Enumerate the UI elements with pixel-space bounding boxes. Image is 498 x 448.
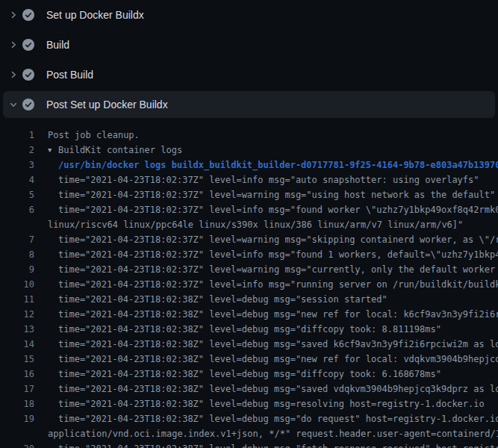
chevron-right-icon[interactable]	[9, 39, 18, 51]
step-name: Post Build	[46, 69, 93, 81]
log-line: 11 time="2021-04-23T18:02:38Z" level=deb…	[0, 292, 498, 307]
check-circle-icon	[22, 39, 34, 51]
log-line-text: linux/riscv64 linux/ppc64le linux/s390x …	[48, 217, 463, 232]
log-line-number[interactable]: 9	[0, 262, 34, 277]
log-line-text: Post job cleanup.	[48, 128, 140, 143]
log-line-command: 3 /usr/bin/docker logs buildx_buildkit_b…	[0, 158, 498, 172]
chevron-right-icon[interactable]	[9, 9, 18, 21]
log-line-text: time="2021-04-23T18:02:37Z" level=info m…	[58, 247, 498, 262]
log-line-number[interactable]: 15	[0, 352, 34, 367]
log-line-number[interactable]: 12	[0, 307, 34, 322]
log-line-text: application/vnd.oci.image.index.v1+json,…	[48, 426, 498, 441]
log-line: linux/riscv64 linux/ppc64le linux/s390x …	[0, 217, 498, 232]
log-line: 9 time="2021-04-23T18:02:37Z" level=warn…	[0, 262, 498, 277]
check-circle-icon	[22, 9, 34, 21]
log-line-number[interactable]: 19	[0, 411, 34, 426]
log-line-text: time="2021-04-23T18:02:38Z" level=debug …	[58, 396, 485, 411]
log-line-number[interactable]: 10	[0, 277, 34, 292]
chevron-down-icon[interactable]	[9, 99, 18, 111]
step-section-header-expanded[interactable]: Post Set up Docker Buildx	[3, 91, 495, 118]
step-section-header-0[interactable]: Set up Docker Buildx	[0, 0, 498, 30]
log-line-text: time="2021-04-23T18:02:37Z" level=warnin…	[58, 187, 495, 202]
log-line-text: time="2021-04-23T18:02:37Z" level=warnin…	[58, 232, 498, 247]
log-line: 16 time="2021-04-23T18:02:38Z" level=deb…	[0, 367, 498, 382]
log-group-toggle[interactable]: ▼BuildKit container logs	[48, 143, 182, 158]
log-line-text: time="2021-04-23T18:02:38Z" level=debug …	[58, 411, 498, 426]
log-line-text: time="2021-04-23T18:02:37Z" level=warnin…	[58, 262, 498, 277]
log-line: 13 time="2021-04-23T18:02:38Z" level=deb…	[0, 322, 498, 337]
log-line: 14 time="2021-04-23T18:02:38Z" level=deb…	[0, 337, 498, 352]
log-line: 5 time="2021-04-23T18:02:37Z" level=warn…	[0, 187, 498, 202]
log-line-number[interactable]: 5	[0, 187, 34, 202]
log-line-text: time="2021-04-23T18:02:37Z" level=info m…	[58, 172, 479, 187]
log-line-number[interactable]: 14	[0, 337, 34, 352]
log-line: 19 time="2021-04-23T18:02:38Z" level=deb…	[0, 411, 498, 426]
actions-log-viewer: Set up Docker Buildx Build Post Build	[0, 0, 498, 448]
log-line: 1 Post job cleanup.	[0, 128, 498, 143]
log-line-number[interactable]: 1	[0, 128, 34, 143]
step-section-header-2[interactable]: Post Build	[0, 60, 498, 90]
log-line: 17 time="2021-04-23T18:02:38Z" level=deb…	[0, 382, 498, 396]
log-line-text: time="2021-04-23T18:02:38Z" level=debug …	[58, 382, 498, 396]
log-line: 7 time="2021-04-23T18:02:37Z" level=warn…	[0, 232, 498, 247]
log-line: application/vnd.oci.image.index.v1+json,…	[0, 426, 498, 441]
chevron-right-icon[interactable]	[9, 69, 18, 81]
log-line-number[interactable]: 6	[0, 202, 34, 217]
log-line-number[interactable]: 7	[0, 232, 34, 247]
log-line: 6 time="2021-04-23T18:02:37Z" level=info…	[0, 202, 498, 217]
log-line-text: time="2021-04-23T18:02:38Z" level=debug …	[58, 322, 441, 337]
log-line-number[interactable]: 8	[0, 247, 34, 262]
log-line-number[interactable]: 4	[0, 172, 34, 187]
step-sections: Set up Docker Buildx Build Post Build	[0, 0, 498, 448]
log-line-text: time="2021-04-23T18:02:37Z" level=info m…	[58, 277, 498, 292]
log-line-text: time="2021-04-23T18:02:37Z" level=info m…	[58, 202, 498, 217]
log-line-number[interactable]: 3	[0, 158, 34, 172]
log-line: 10 time="2021-04-23T18:02:37Z" level=inf…	[0, 277, 498, 292]
log-line-number[interactable]: 17	[0, 382, 34, 396]
log-line-number[interactable]: 16	[0, 367, 34, 382]
log-line: 15 time="2021-04-23T18:02:38Z" level=deb…	[0, 352, 498, 367]
group-collapse-triangle-icon[interactable]: ▼	[48, 143, 58, 158]
log-line-number[interactable]: 11	[0, 292, 34, 307]
log-lines: 1 Post job cleanup. 2 ▼BuildKit containe…	[0, 128, 498, 448]
log-line-number[interactable]: 2	[0, 143, 34, 158]
check-circle-icon	[22, 99, 34, 111]
log-line: 8 time="2021-04-23T18:02:37Z" level=info…	[0, 247, 498, 262]
log-line-number[interactable]: 20	[0, 441, 34, 448]
step-name: Post Set up Docker Buildx	[46, 99, 168, 111]
step-section-header-1[interactable]: Build	[0, 30, 498, 60]
log-line: 20 time="2021-04-23T18:02:38Z" level=deb…	[0, 441, 498, 448]
log-line-number[interactable]: 18	[0, 396, 34, 411]
log-line-text: time="2021-04-23T18:02:38Z" level=debug …	[58, 307, 498, 322]
step-name: Build	[46, 39, 69, 51]
log-line: 18 time="2021-04-23T18:02:38Z" level=deb…	[0, 396, 498, 411]
log-line-text: /usr/bin/docker logs buildx_buildkit_bui…	[58, 158, 498, 172]
step-name: Set up Docker Buildx	[46, 9, 144, 21]
check-circle-icon	[22, 69, 34, 81]
log-line-text: time="2021-04-23T18:02:38Z" level=debug …	[58, 292, 387, 307]
log-line: 4 time="2021-04-23T18:02:37Z" level=info…	[0, 172, 498, 187]
log-line-text: time="2021-04-23T18:02:38Z" level=debug …	[58, 337, 498, 352]
log-line: 2 ▼BuildKit container logs	[0, 143, 498, 158]
log-line-text: time="2021-04-23T18:02:38Z" level=debug …	[58, 441, 498, 448]
log-line: 12 time="2021-04-23T18:02:38Z" level=deb…	[0, 307, 498, 322]
log-line-number[interactable]: 13	[0, 322, 34, 337]
log-line-text: time="2021-04-23T18:02:38Z" level=debug …	[58, 352, 498, 367]
log-line-text: time="2021-04-23T18:02:38Z" level=debug …	[58, 367, 441, 382]
